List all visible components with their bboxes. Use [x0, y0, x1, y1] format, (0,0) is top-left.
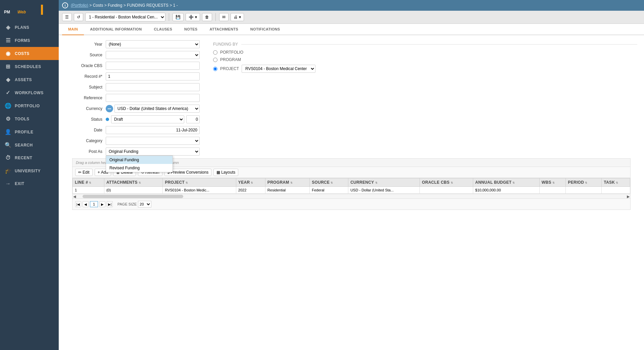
tab-main[interactable]: MAIN	[62, 24, 84, 35]
scroll-left-icon[interactable]: ◀	[73, 194, 76, 198]
exit-icon: →	[5, 181, 11, 187]
year-select[interactable]: (None)	[106, 40, 200, 48]
col-year[interactable]: YEAR ⇅	[236, 178, 265, 187]
tab-notifications[interactable]: NOTIFICATIONS	[244, 24, 286, 35]
tab-attachments[interactable]: ATTACHMENTS	[203, 24, 244, 35]
col-currency[interactable]: CURRENCY ⇅	[348, 178, 420, 187]
col-project[interactable]: PROJECT ⇅	[163, 178, 236, 187]
save-button[interactable]: 💾	[172, 13, 184, 21]
workflows-icon: ✓	[5, 90, 11, 96]
col-oracle-cbs[interactable]: ORACLE CBS ⇅	[420, 178, 473, 187]
source-select[interactable]	[106, 51, 200, 59]
scroll-thumb[interactable]	[83, 195, 183, 198]
reference-input[interactable]	[106, 94, 200, 102]
project-funding-select[interactable]: RVS0104 - Boston Medical Center	[242, 65, 315, 73]
radio-project[interactable]	[213, 67, 217, 71]
main-content: i (Portfolio) > Costs > Funding > FUNDIN…	[59, 0, 644, 350]
list-view-button[interactable]: ☰	[62, 13, 72, 21]
sidebar-item-recent[interactable]: ⏱ RECENT	[0, 152, 59, 164]
currency-select[interactable]: USD - Dollar (United States of America)	[114, 105, 200, 113]
sidebar-item-portfolio[interactable]: 🌐 PORTFOLIO	[0, 99, 59, 112]
oracle-cbs-input[interactable]	[106, 62, 200, 70]
post-as-select[interactable]: Original Funding Revised Funding	[106, 148, 200, 156]
table-row[interactable]: 1(0)RVS0104 - Boston Medic...2022Residen…	[73, 187, 630, 194]
info-icon[interactable]: i	[62, 2, 68, 8]
add-button[interactable]: ➕ ▾	[186, 13, 200, 21]
currency-dots-button[interactable]: •••	[106, 105, 113, 112]
cell-program: Residential	[265, 187, 309, 194]
scroll-right-icon[interactable]: ▶	[627, 194, 630, 198]
col-attachments[interactable]: ATTACHMENTS ⇅	[104, 178, 163, 187]
col-wbs[interactable]: WBS ⇅	[539, 178, 566, 187]
cell-project: RVS0104 - Boston Medic...	[163, 187, 236, 194]
page-current-input[interactable]	[90, 201, 98, 207]
year-row: Year (None)	[65, 40, 200, 48]
form-right: FUNDING BY PORTFOLIO PROGRAM	[213, 40, 637, 158]
recent-icon: ⏱	[5, 155, 11, 161]
category-row: Category	[65, 137, 200, 145]
table-header-row: LINE # ⇅ ATTACHMENTS ⇅ PROJECT ⇅ YE	[73, 178, 630, 187]
sidebar-item-workflows[interactable]: ✓ WORKFLOWS	[0, 86, 59, 99]
cell-annual_budget: $10,000,000.00	[473, 187, 540, 194]
sidebar-item-costs[interactable]: ◉ COSTS	[0, 47, 59, 60]
col-source[interactable]: SOURCE ⇅	[310, 178, 348, 187]
layouts-button[interactable]: ▦ Layouts	[213, 169, 238, 176]
col-period[interactable]: PERIOD ⇅	[566, 178, 602, 187]
year-label: Year	[65, 42, 102, 47]
sidebar-item-forms[interactable]: ☰ FORMS	[0, 34, 59, 47]
col-task[interactable]: TASK ⇅	[602, 178, 630, 187]
col-line[interactable]: LINE # ⇅	[73, 178, 104, 187]
sidebar-item-tools[interactable]: ⚙ TOOLS	[0, 112, 59, 125]
page-size-select[interactable]: 20	[138, 201, 151, 208]
status-select[interactable]: Draft	[111, 115, 184, 123]
post-as-row: Post As Original Funding Revised Funding…	[65, 148, 200, 156]
subject-row: Subject	[65, 83, 200, 91]
delete-button[interactable]: 🗑	[202, 13, 212, 21]
save-icon: 💾	[176, 15, 181, 19]
page-next-button[interactable]: ▶	[99, 201, 105, 207]
sidebar-item-plans[interactable]: ◈ PLANS	[0, 21, 59, 34]
category-select[interactable]	[106, 137, 200, 145]
date-input[interactable]	[106, 126, 200, 134]
col-annual-budget[interactable]: ANNUAL BUDGET ⇅	[473, 178, 540, 187]
post-as-option-original[interactable]: Original Funding	[106, 156, 172, 164]
date-row: Date	[65, 126, 200, 134]
sidebar-item-assets[interactable]: ◆ ASSETS	[0, 73, 59, 86]
cell-attachments: (0)	[104, 187, 163, 194]
radio-portfolio[interactable]	[213, 50, 217, 55]
edit-button[interactable]: ✏ Edit	[75, 169, 93, 176]
radio-program-row: PROGRAM	[213, 57, 637, 62]
record-input[interactable]	[106, 72, 200, 80]
post-as-option-revised[interactable]: Revised Funding	[106, 164, 172, 172]
print-button[interactable]: 🖨 ▾	[231, 13, 244, 21]
page-last-button[interactable]: ▶|	[107, 201, 113, 207]
form-left: Year (None) Source Oracle CBS	[65, 40, 200, 158]
sidebar-item-university[interactable]: 🎓 UNIVERSITY	[0, 164, 59, 177]
tab-clauses[interactable]: CLAUSES	[148, 24, 178, 35]
horizontal-scrollbar[interactable]: ◀ ▶	[72, 194, 630, 198]
sidebar-item-search[interactable]: 🔍 SEARCH	[0, 138, 59, 152]
breadcrumb-portfolio[interactable]: (Portfolio)	[71, 3, 88, 8]
project-select[interactable]: 1 - Residential - Boston Medical Cen...	[85, 13, 165, 21]
page-first-button[interactable]: |◀	[75, 201, 81, 207]
tabs: MAIN ADDITIONAL INFORMATION CLAUSES NOTE…	[59, 24, 644, 35]
sidebar-item-profile[interactable]: 👤 PROFILE	[0, 125, 59, 138]
undo-button[interactable]: ↺	[74, 13, 83, 21]
radio-portfolio-label: PORTFOLIO	[220, 50, 243, 55]
currency-row: Currency ••• USD - Dollar (United States…	[65, 105, 200, 113]
status-number[interactable]	[186, 115, 200, 123]
email-button[interactable]: ✉	[219, 13, 229, 21]
cell-source: Federal	[310, 187, 348, 194]
sidebar-item-exit[interactable]: → EXIT	[0, 177, 59, 190]
col-program[interactable]: PROGRAM ⇅	[265, 178, 309, 187]
radio-program-label: PROGRAM	[220, 57, 241, 62]
subject-input[interactable]	[106, 83, 200, 91]
tab-additional[interactable]: ADDITIONAL INFORMATION	[84, 24, 148, 35]
radio-program[interactable]	[213, 58, 217, 62]
sidebar-item-schedules[interactable]: ⊞ SCHEDULES	[0, 60, 59, 73]
add-icon: ➕	[189, 15, 194, 19]
page-prev-button[interactable]: ◀	[83, 201, 89, 207]
tab-notes[interactable]: NOTES	[178, 24, 203, 35]
cell-period	[566, 187, 602, 194]
radio-project-label: PROJECT	[220, 66, 239, 71]
